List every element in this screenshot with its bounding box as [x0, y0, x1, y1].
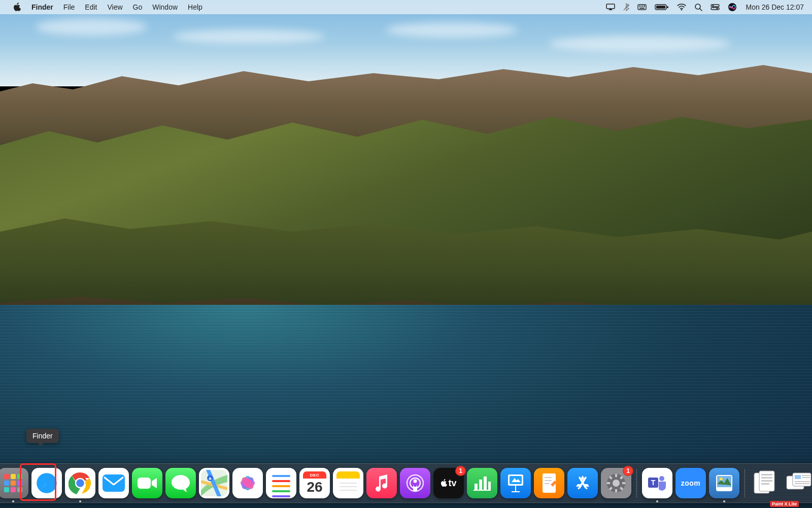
svg-point-73 [613, 480, 620, 487]
calendar-month-label: DEC [303, 471, 326, 479]
svg-rect-93 [761, 483, 769, 485]
dock: DEC 26 tv 1 [0, 463, 812, 503]
dock-app-notes[interactable] [333, 468, 363, 498]
svg-rect-99 [795, 481, 810, 482]
svg-rect-75 [615, 489, 617, 492]
svg-rect-95 [793, 473, 811, 486]
dock-app-mail[interactable] [98, 468, 129, 498]
menu-edit[interactable]: Edit [80, 0, 102, 14]
svg-rect-62 [488, 482, 491, 490]
app-name-menu[interactable]: Finder [26, 0, 58, 14]
menu-window[interactable]: Window [147, 0, 183, 14]
svg-rect-23 [11, 474, 16, 479]
desktop-wallpaper[interactable] [0, 0, 812, 508]
badge-count: 1 [455, 466, 466, 476]
svg-rect-60 [479, 480, 482, 490]
paintx-watermark-label: Paint X Lite [770, 501, 799, 507]
dock-stack-documents[interactable] [784, 468, 812, 498]
svg-rect-16 [711, 8, 719, 10]
svg-point-15 [712, 5, 714, 7]
svg-rect-76 [622, 482, 625, 484]
svg-rect-30 [17, 487, 22, 492]
menu-go[interactable]: Go [128, 0, 148, 14]
menu-view[interactable]: View [102, 0, 127, 14]
calendar-day-label: 26 [299, 479, 330, 495]
dock-app-pages[interactable] [534, 468, 564, 498]
svg-rect-7 [639, 8, 645, 9]
svg-rect-4 [640, 6, 641, 7]
svg-rect-0 [606, 4, 615, 9]
svg-rect-10 [667, 6, 668, 8]
dock-separator [745, 469, 745, 497]
svg-rect-3 [639, 6, 640, 7]
svg-rect-22 [4, 474, 9, 479]
dock-app-zoom[interactable]: zoom [675, 468, 706, 498]
svg-rect-9 [656, 6, 665, 9]
dock-app-calendar[interactable]: DEC 26 [299, 468, 330, 498]
svg-rect-6 [644, 6, 645, 7]
svg-rect-97 [802, 475, 810, 476]
dock-tooltip: Finder [26, 429, 59, 443]
menu-file[interactable]: File [58, 0, 80, 14]
dock-separator [636, 469, 637, 497]
svg-point-84 [659, 476, 664, 481]
apple-tv-icon: tv [441, 478, 456, 489]
siri-icon[interactable] [724, 0, 741, 14]
svg-rect-77 [607, 482, 610, 484]
dock-app-podcasts[interactable] [400, 468, 430, 498]
svg-line-13 [700, 9, 702, 11]
svg-point-87 [720, 478, 723, 481]
svg-rect-91 [761, 477, 772, 479]
airplay-icon[interactable] [602, 0, 619, 14]
dock-app-system-preferences[interactable]: 1 [601, 468, 631, 498]
dock-app-tv[interactable]: tv 1 [433, 468, 464, 498]
spotlight-icon[interactable] [690, 0, 706, 14]
dock-app-launchpad[interactable] [0, 468, 28, 498]
svg-rect-90 [761, 474, 772, 475]
dock-app-reminders[interactable] [266, 468, 296, 498]
svg-rect-61 [484, 477, 487, 490]
dock-app-safari[interactable] [31, 468, 62, 498]
svg-rect-74 [615, 474, 617, 477]
dock-app-teams[interactable]: T [642, 468, 672, 498]
svg-rect-96 [795, 475, 801, 479]
svg-text:T: T [651, 479, 656, 487]
svg-rect-2 [638, 5, 646, 10]
dock-app-appstore[interactable] [567, 468, 598, 498]
svg-rect-24 [17, 474, 22, 479]
svg-point-58 [414, 480, 417, 483]
badge-count: 1 [623, 466, 633, 476]
keyboard-input-icon[interactable] [633, 0, 651, 14]
bluetooth-off-icon[interactable] [619, 0, 633, 14]
svg-point-17 [716, 8, 718, 10]
svg-rect-59 [475, 484, 478, 490]
menu-help[interactable]: Help [183, 0, 208, 14]
dock-app-music[interactable] [366, 468, 397, 498]
svg-rect-26 [11, 481, 16, 486]
svg-rect-25 [4, 481, 9, 486]
dock-app-maps[interactable] [199, 468, 229, 498]
dock-app-chrome[interactable] [65, 468, 95, 498]
control-center-icon[interactable] [706, 0, 724, 14]
dock-stack-downloads[interactable] [750, 468, 781, 498]
svg-rect-27 [17, 481, 22, 486]
dock-app-keynote[interactable] [500, 468, 531, 498]
dock-app-numbers[interactable] [467, 468, 497, 498]
dock-app-photos[interactable] [232, 468, 263, 498]
dock-app-paintx[interactable] [709, 468, 739, 498]
menu-bar-clock[interactable]: Mon 26 Dec 12:07 [741, 3, 804, 11]
svg-point-11 [681, 9, 682, 11]
svg-rect-14 [711, 5, 719, 7]
svg-rect-5 [642, 6, 643, 7]
svg-rect-98 [802, 477, 810, 478]
svg-rect-28 [4, 487, 9, 492]
menu-bar: Finder File Edit View Go Window Help [0, 0, 812, 14]
battery-icon[interactable] [651, 0, 673, 14]
dock-app-messages[interactable] [165, 468, 196, 498]
svg-rect-40 [103, 474, 125, 492]
svg-rect-41 [138, 478, 151, 489]
apple-menu[interactable] [8, 3, 26, 12]
svg-rect-29 [11, 487, 16, 492]
dock-app-facetime[interactable] [132, 468, 162, 498]
wifi-icon[interactable] [673, 0, 690, 14]
